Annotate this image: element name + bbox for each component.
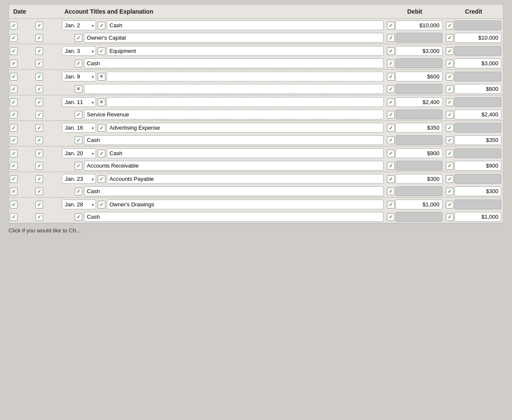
debit-empty-checkbox[interactable] bbox=[387, 213, 395, 221]
debit-empty-input[interactable] bbox=[396, 58, 442, 68]
date-wrapper[interactable]: Jan. 23 bbox=[62, 174, 96, 184]
debit-amount-input[interactable] bbox=[396, 174, 442, 184]
date-wrapper[interactable]: Jan. 28 bbox=[62, 200, 96, 209]
debit-empty-input[interactable] bbox=[396, 186, 442, 196]
outer-checkbox2[interactable] bbox=[10, 213, 17, 221]
date-wrapper[interactable]: Jan. 9 bbox=[62, 72, 96, 81]
date-select[interactable]: Jan. 9 bbox=[62, 72, 96, 81]
date-checkbox2[interactable] bbox=[35, 111, 43, 119]
outer-checkbox2[interactable] bbox=[10, 85, 17, 93]
credit-amount-input[interactable] bbox=[454, 212, 501, 222]
credit-empty-checkbox[interactable] bbox=[446, 47, 454, 55]
date-select[interactable]: Jan. 11 bbox=[62, 97, 96, 107]
debit-amount-checkbox[interactable] bbox=[387, 150, 395, 157]
date-select[interactable]: Jan. 2 bbox=[62, 20, 96, 30]
credit-empty-checkbox[interactable] bbox=[446, 98, 454, 106]
date-checkbox[interactable] bbox=[35, 124, 43, 132]
credit-empty-checkbox[interactable] bbox=[446, 124, 454, 132]
credit-amount-input[interactable] bbox=[454, 110, 501, 119]
debit-empty-checkbox[interactable] bbox=[387, 136, 395, 144]
outer-checkbox2[interactable] bbox=[10, 188, 17, 195]
outer-checkbox[interactable] bbox=[10, 98, 17, 106]
credit-acc-checkbox[interactable] bbox=[75, 188, 82, 195]
credit-amount-checkbox[interactable] bbox=[446, 85, 454, 93]
debit-amount-input[interactable] bbox=[396, 200, 442, 209]
outer-checkbox2[interactable] bbox=[10, 162, 17, 170]
debit-account-input[interactable] bbox=[107, 72, 384, 81]
date-select[interactable]: Jan. 16 bbox=[62, 123, 96, 133]
outer-checkbox[interactable] bbox=[10, 73, 17, 81]
credit-amount-input[interactable] bbox=[454, 33, 501, 43]
debit-acc-checkbox[interactable] bbox=[98, 98, 105, 106]
credit-account-input[interactable] bbox=[84, 161, 384, 171]
credit-empty-input[interactable] bbox=[454, 123, 501, 133]
debit-empty-input[interactable] bbox=[396, 110, 442, 119]
debit-empty-checkbox[interactable] bbox=[387, 85, 395, 93]
debit-empty-checkbox[interactable] bbox=[387, 111, 395, 119]
credit-account-input[interactable] bbox=[84, 186, 384, 196]
date-select[interactable]: Jan. 28 bbox=[62, 200, 96, 209]
debit-empty-input[interactable] bbox=[396, 212, 442, 222]
date-checkbox[interactable] bbox=[35, 150, 43, 157]
debit-empty-checkbox[interactable] bbox=[387, 162, 395, 170]
date-checkbox2[interactable] bbox=[35, 136, 43, 144]
date-wrapper[interactable]: Jan. 20 bbox=[62, 148, 96, 158]
credit-acc-checkbox[interactable] bbox=[75, 85, 82, 93]
credit-acc-checkbox[interactable] bbox=[75, 162, 82, 170]
date-select[interactable]: Jan. 20 bbox=[62, 148, 96, 158]
debit-account-input[interactable] bbox=[107, 174, 384, 184]
credit-account-input[interactable] bbox=[84, 212, 384, 222]
debit-amount-checkbox[interactable] bbox=[387, 73, 395, 81]
credit-empty-input[interactable] bbox=[454, 200, 501, 209]
credit-acc-checkbox[interactable] bbox=[75, 60, 82, 67]
debit-amount-checkbox[interactable] bbox=[387, 201, 395, 209]
credit-acc-checkbox[interactable] bbox=[75, 136, 82, 144]
credit-amount-input[interactable] bbox=[454, 84, 501, 94]
credit-amount-checkbox[interactable] bbox=[446, 60, 454, 67]
date-checkbox[interactable] bbox=[35, 98, 43, 106]
debit-acc-checkbox[interactable] bbox=[98, 201, 105, 209]
debit-amount-input[interactable] bbox=[396, 148, 442, 158]
date-select[interactable]: Jan. 23 bbox=[62, 174, 96, 184]
date-checkbox2[interactable] bbox=[35, 188, 43, 195]
date-checkbox2[interactable] bbox=[35, 34, 43, 42]
outer-checkbox2[interactable] bbox=[10, 60, 17, 67]
debit-amount-checkbox[interactable] bbox=[387, 47, 395, 55]
debit-amount-checkbox[interactable] bbox=[387, 98, 395, 106]
date-checkbox2[interactable] bbox=[35, 213, 43, 221]
debit-amount-checkbox[interactable] bbox=[387, 124, 395, 132]
date-checkbox2[interactable] bbox=[35, 162, 43, 170]
debit-empty-checkbox[interactable] bbox=[387, 34, 395, 42]
credit-empty-checkbox[interactable] bbox=[446, 175, 454, 183]
outer-checkbox[interactable] bbox=[10, 175, 17, 183]
debit-account-input[interactable] bbox=[107, 148, 384, 158]
debit-amount-checkbox[interactable] bbox=[387, 175, 395, 183]
credit-acc-checkbox[interactable] bbox=[75, 213, 82, 221]
debit-amount-checkbox[interactable] bbox=[387, 22, 395, 29]
debit-amount-input[interactable] bbox=[396, 123, 442, 133]
credit-amount-input[interactable] bbox=[454, 58, 501, 68]
outer-checkbox2[interactable] bbox=[10, 136, 17, 144]
date-checkbox[interactable] bbox=[35, 73, 43, 81]
debit-empty-checkbox[interactable] bbox=[387, 60, 395, 67]
debit-amount-input[interactable] bbox=[396, 46, 442, 56]
credit-empty-checkbox[interactable] bbox=[446, 150, 454, 157]
debit-empty-input[interactable] bbox=[396, 84, 442, 94]
debit-account-input[interactable] bbox=[107, 46, 384, 56]
credit-empty-input[interactable] bbox=[454, 20, 501, 30]
debit-acc-checkbox[interactable] bbox=[98, 73, 105, 81]
date-checkbox2[interactable] bbox=[35, 85, 43, 93]
credit-account-input[interactable] bbox=[84, 84, 384, 94]
debit-acc-checkbox[interactable] bbox=[98, 22, 105, 29]
credit-amount-input[interactable] bbox=[454, 135, 501, 145]
debit-acc-checkbox[interactable] bbox=[98, 175, 105, 183]
credit-amount-checkbox[interactable] bbox=[446, 162, 454, 170]
credit-empty-input[interactable] bbox=[454, 97, 501, 107]
credit-account-input[interactable] bbox=[84, 58, 384, 68]
debit-empty-input[interactable] bbox=[396, 135, 442, 145]
debit-amount-input[interactable] bbox=[396, 97, 442, 107]
debit-account-input[interactable] bbox=[107, 200, 384, 209]
credit-empty-checkbox[interactable] bbox=[446, 73, 454, 81]
credit-account-input[interactable] bbox=[84, 33, 384, 43]
debit-account-input[interactable] bbox=[107, 97, 384, 107]
